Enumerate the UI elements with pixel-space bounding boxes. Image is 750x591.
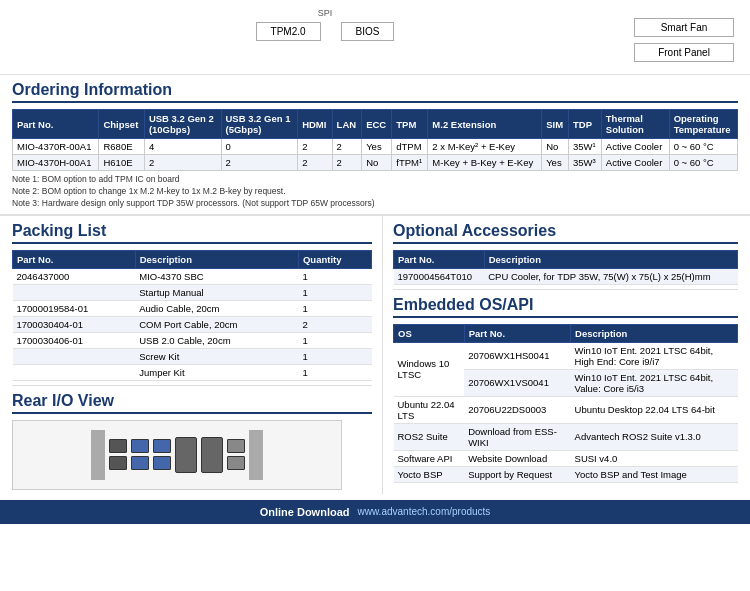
- optional-table: Part No. Description 1970004564T010CPU C…: [393, 250, 738, 285]
- emb-cell-part_no: Support by Request: [464, 466, 570, 482]
- emb-os-cell: Yocto BSP: [394, 466, 465, 482]
- emb-cell-description: Win10 IoT Ent. 2021 LTSC 64bit, Value: C…: [571, 369, 738, 396]
- smart-fan-box: Smart Fan: [634, 18, 734, 37]
- opt-col-partno: Part No.: [394, 250, 485, 268]
- io-port-dp: [227, 456, 245, 470]
- pack-cell-part_no: [13, 284, 136, 300]
- col-optemp: OperatingTemperature: [669, 110, 737, 139]
- col-tdp: TDP: [568, 110, 601, 139]
- ordering-cell-part_no: MIO-4370R-00A1: [13, 139, 99, 155]
- ordering-table: Part No. Chipset USB 3.2 Gen 2(10Gbps) U…: [12, 109, 738, 171]
- pack-cell-description: COM Port Cable, 20cm: [135, 316, 298, 332]
- col-usb32g2: USB 3.2 Gen 2(10Gbps): [144, 110, 221, 139]
- packing-row-3: 1700030404-01COM Port Cable, 20cm2: [13, 316, 372, 332]
- pack-cell-description: Jumper Kit: [135, 364, 298, 380]
- col-m2ext: M.2 Extension: [428, 110, 542, 139]
- packing-row-1: Startup Manual1: [13, 284, 372, 300]
- ordering-row-0: MIO-4370R-00A1R680E4022YesdTPM2 x M-Key²…: [13, 139, 738, 155]
- emb-col-os: OS: [394, 324, 465, 342]
- pack-cell-description: Startup Manual: [135, 284, 298, 300]
- ordering-cell-op_temp: 0 ~ 60 °C: [669, 155, 737, 171]
- opt-cell-part_no: 1970004564T010: [394, 268, 485, 284]
- top-diagram: SPI TPM2.0 BIOS Smart Fan Front Panel: [0, 0, 750, 75]
- col-chipset: Chipset: [99, 110, 144, 139]
- embedded-section: Embedded OS/API OS Part No. Description …: [393, 290, 738, 487]
- io-port-hdmi: [227, 439, 245, 453]
- embedded-title: Embedded OS/API: [393, 296, 738, 318]
- ordering-cell-lan: 2: [332, 155, 362, 171]
- col-hdmi: HDMI: [298, 110, 332, 139]
- ordering-cell-chipset: H610E: [99, 155, 144, 171]
- optional-title: Optional Accessories: [393, 222, 738, 244]
- emb-os-cell: ROS2 Suite: [394, 423, 465, 450]
- pack-cell-quantity: 1: [298, 284, 371, 300]
- pack-cell-part_no: 1700030406-01: [13, 332, 136, 348]
- ordering-cell-usb32_gen2: 4: [144, 139, 221, 155]
- rear-io-image: [12, 420, 342, 490]
- emb-cell-description: SUSI v4.0: [571, 450, 738, 466]
- emb-os-cell: Ubuntu 22.04 LTS: [394, 396, 465, 423]
- diagram-boxes-row: TPM2.0 BIOS: [256, 22, 395, 41]
- emb-os-cell: Software API: [394, 450, 465, 466]
- opt-cell-description: CPU Cooler, for TDP 35W, 75(W) x 75(L) x…: [484, 268, 737, 284]
- ordering-cell-usb32_gen1: 0: [221, 139, 298, 155]
- io-port-usb4: [131, 456, 149, 470]
- pack-cell-description: USB 2.0 Cable, 20cm: [135, 332, 298, 348]
- emb-cell-part_no: 20706WX1VS0041: [464, 369, 570, 396]
- packing-row-4: 1700030406-01USB 2.0 Cable, 20cm1: [13, 332, 372, 348]
- io-port-usb1: [109, 439, 127, 453]
- col-lan: LAN: [332, 110, 362, 139]
- pack-col-qty: Quantity: [298, 250, 371, 268]
- ordering-note: Note 3: Hardware design only support TDP…: [12, 198, 738, 210]
- io-port-usb5: [153, 439, 171, 453]
- ordering-title: Ordering Information: [12, 81, 738, 103]
- optional-section: Optional Accessories Part No. Descriptio…: [393, 216, 738, 290]
- emb-col-partno: Part No.: [464, 324, 570, 342]
- embedded-row-0: Windows 10 LTSC20706WX1HS0041Win10 IoT E…: [394, 342, 738, 369]
- footer-url: www.advantech.com/products: [358, 506, 491, 517]
- ordering-cell-hdmi: 2: [298, 155, 332, 171]
- pack-cell-quantity: 1: [298, 332, 371, 348]
- spi-label: SPI: [318, 8, 333, 18]
- embedded-table: OS Part No. Description Windows 10 LTSC2…: [393, 324, 738, 483]
- ordering-section: Ordering Information Part No. Chipset US…: [0, 75, 750, 216]
- diagram-right: Smart Fan Front Panel: [634, 18, 734, 62]
- pack-cell-description: Screw Kit: [135, 348, 298, 364]
- io-port-usb6: [153, 456, 171, 470]
- pack-cell-quantity: 1: [298, 348, 371, 364]
- io-port-usb2: [109, 456, 127, 470]
- pack-cell-part_no: 2046437000: [13, 268, 136, 284]
- pack-cell-part_no: 1700030404-01: [13, 316, 136, 332]
- io-port-ethernet2: [201, 437, 223, 473]
- packing-row-5: Screw Kit1: [13, 348, 372, 364]
- emb-cell-description: Yocto BSP and Test Image: [571, 466, 738, 482]
- ordering-row-1: MIO-4370H-00A1H610E2222NofTPM¹M-Key + B-…: [13, 155, 738, 171]
- opt-col-desc: Description: [484, 250, 737, 268]
- ordering-cell-usb32_gen2: 2: [144, 155, 221, 171]
- diagram-center: SPI TPM2.0 BIOS: [256, 8, 395, 41]
- packing-section: Packing List Part No. Description Quanti…: [12, 216, 372, 386]
- ordering-cell-part_no: MIO-4370H-00A1: [13, 155, 99, 171]
- emb-cell-description: Advantech ROS2 Suite v1.3.0: [571, 423, 738, 450]
- ordering-cell-chipset: R680E: [99, 139, 144, 155]
- ordering-note: Note 1: BOM option to add TPM IC on boar…: [12, 174, 738, 186]
- pack-cell-quantity: 1: [298, 300, 371, 316]
- tpm-box: TPM2.0: [256, 22, 321, 41]
- right-column: Optional Accessories Part No. Descriptio…: [382, 216, 738, 494]
- col-part-no: Part No.: [13, 110, 99, 139]
- packing-row-2: 17000019584-01Audio Cable, 20cm1: [13, 300, 372, 316]
- front-panel-box: Front Panel: [634, 43, 734, 62]
- col-usb32g1: USB 3.2 Gen 1(5Gbps): [221, 110, 298, 139]
- pack-cell-quantity: 2: [298, 316, 371, 332]
- emb-cell-description: Ubuntu Desktop 22.04 LTS 64-bit: [571, 396, 738, 423]
- ordering-notes: Note 1: BOM option to add TPM IC on boar…: [12, 174, 738, 210]
- left-column: Packing List Part No. Description Quanti…: [12, 216, 382, 494]
- ordering-cell-tpm: dTPM: [392, 139, 428, 155]
- ordering-note: Note 2: BOM option to change 1x M.2 M-ke…: [12, 186, 738, 198]
- ordering-cell-m2_ext: 2 x M-Key² + E-Key: [428, 139, 542, 155]
- packing-title: Packing List: [12, 222, 372, 244]
- bottom-layout: Packing List Part No. Description Quanti…: [0, 216, 750, 494]
- footer-label: Online Download: [260, 506, 350, 518]
- io-port-usb3: [131, 439, 149, 453]
- ordering-cell-ecc: No: [362, 155, 392, 171]
